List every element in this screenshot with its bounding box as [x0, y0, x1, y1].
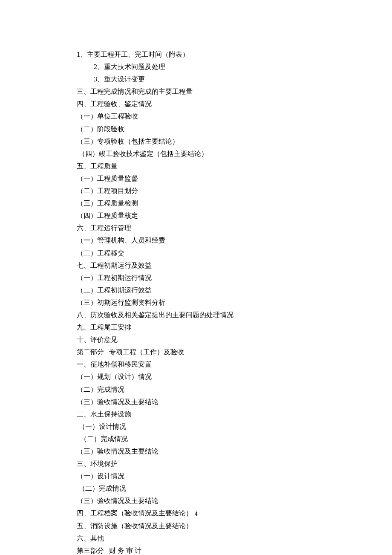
document-line: 十、评价意见 [77, 334, 315, 345]
document-line: 2、重大技术问题及处理 [77, 61, 315, 72]
document-line: 三、环境保护 [77, 458, 315, 469]
document-line: （四）竣工验收技术鉴定（包括主要结论） [77, 148, 315, 159]
document-line: 三、工程完成情况和完成的主要工程量 [77, 86, 315, 97]
document-line: （一）单位工程验收 [77, 111, 315, 122]
document-line: 八、历次验收及相关鉴定提出的主要问题的处理情况 [77, 309, 315, 321]
page-number: 4 [0, 509, 392, 519]
document-line: （二）完成情况 [77, 384, 315, 395]
document-line: （三）专项验收（包括主要结论） [77, 136, 315, 147]
document-line: （一）工程质量监督 [77, 173, 315, 184]
document-line: （二）完成情况 [77, 483, 315, 494]
document-line: （三）初期运行监测资料分析 [77, 297, 315, 308]
document-line: 第三部分 财 务 审 计 [77, 545, 315, 555]
document-line: （二）工程移交 [77, 248, 315, 259]
document-line: 一、征地补偿和移民安置 [77, 359, 315, 370]
document-line: 七、工程初期运行及效益 [77, 260, 315, 271]
document-line: （三）验收情况及主要结论 [77, 495, 315, 506]
document-line: （一）设计情况 [77, 421, 315, 432]
document-line: 第二部分 专项工程（工作）及验收 [77, 347, 315, 358]
document-line: （三）工程质量检测 [77, 198, 315, 209]
document-line: 九、工程尾工安排 [77, 322, 315, 333]
document-line: 二、水土保持设施 [77, 409, 315, 420]
document-line: 五、消防设施（验收情况及主要结论） [77, 520, 315, 532]
document-line: （二）完成情况 [77, 434, 315, 445]
document-line: 四、工程验收、鉴定情况 [77, 98, 315, 110]
document-line: （三）验收情况及主要结论 [77, 396, 315, 408]
document-body: 1、主要工程开工、完工时间（附表）2、重大技术问题及处理3、重大设计变更三、工程… [0, 0, 315, 555]
document-line: （一）工程初期运行情况 [77, 272, 315, 283]
document-line: （一）规划（设计）情况 [77, 371, 315, 382]
document-line: （三）验收情况及主要结论 [77, 446, 315, 457]
document-line: （二）阶段验收 [77, 124, 315, 135]
document-line: （四）工程质量核定 [77, 210, 315, 221]
document-line: 1、主要工程开工、完工时间（附表） [77, 49, 315, 60]
document-line: 六、其他 [77, 533, 315, 544]
document-line: （一）管理机构、人员和经费 [77, 235, 315, 246]
document-line: （二）工程项目划分 [77, 185, 315, 197]
document-line: 五、工程质量 [77, 161, 315, 172]
document-line: （二）工程初期运行效益 [77, 285, 315, 296]
document-line: （一）设计情况 [77, 471, 315, 482]
document-line: 3、重大设计变更 [77, 74, 315, 85]
document-line: 六、工程运行管理 [77, 223, 315, 234]
